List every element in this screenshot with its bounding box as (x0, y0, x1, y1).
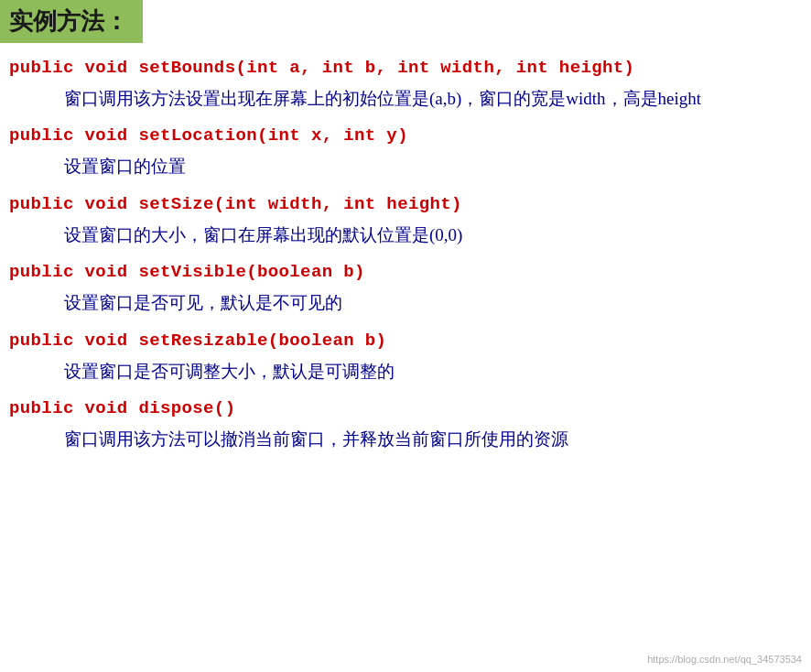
method-block-2: public void setSize(int width, int heigh… (9, 194, 793, 249)
method-block-5: public void dispose() 窗口调用该方法可以撤消当前窗口，并释… (9, 398, 793, 453)
method-signature-0: public void setBounds(int a, int b, int … (9, 58, 793, 78)
method-description-4: 设置窗口是否可调整大小，默认是可调整的 (64, 358, 793, 385)
page-container: 实例方法： public void setBounds(int a, int b… (0, 0, 811, 672)
method-block-0: public void setBounds(int a, int b, int … (9, 58, 793, 113)
method-block-4: public void setResizable(boolean b) 设置窗口… (9, 331, 793, 385)
method-description-3: 设置窗口是否可见，默认是不可见的 (64, 289, 793, 317)
method-signature-3: public void setVisible(boolean b) (9, 262, 793, 282)
method-description-5: 窗口调用该方法可以撤消当前窗口，并释放当前窗口所使用的资源 (64, 426, 793, 453)
method-signature-4: public void setResizable(boolean b) (9, 331, 793, 351)
method-description-0: 窗口调用该方法设置出现在屏幕上的初始位置是(a,b)，窗口的宽是width，高是… (64, 85, 793, 113)
method-block-1: public void setLocation(int x, int y) 设置… (9, 125, 793, 180)
watermark: https://blog.csdn.net/qq_34573534 (647, 654, 802, 665)
method-block-3: public void setVisible(boolean b) 设置窗口是否… (9, 262, 793, 317)
method-signature-1: public void setLocation(int x, int y) (9, 125, 793, 146)
section-header: 实例方法： (0, 0, 143, 43)
method-signature-2: public void setSize(int width, int heigh… (9, 194, 793, 214)
method-signature-5: public void dispose() (9, 398, 793, 418)
section-header-text: 实例方法： (9, 7, 128, 35)
method-description-1: 设置窗口的位置 (64, 153, 793, 180)
content-area: public void setBounds(int a, int b, int … (0, 52, 811, 484)
method-description-2: 设置窗口的大小，窗口在屏幕出现的默认位置是(0,0) (64, 222, 793, 249)
